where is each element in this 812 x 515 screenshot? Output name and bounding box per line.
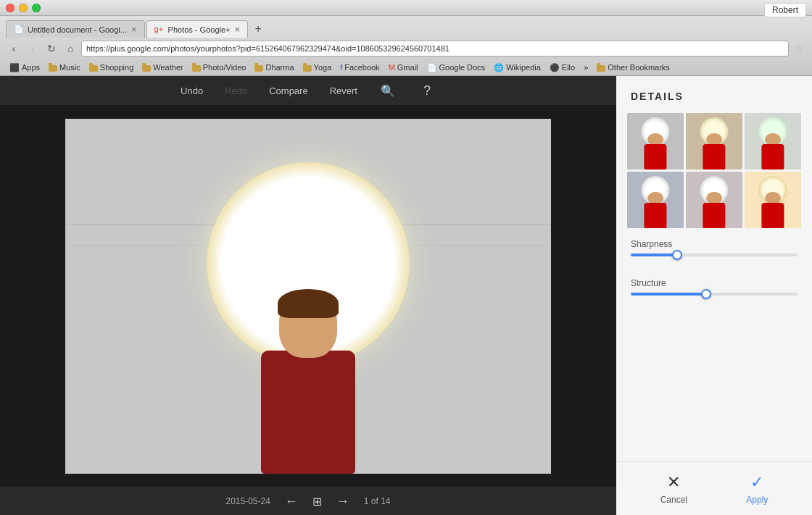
sharpness-thumb[interactable] [672, 250, 682, 260]
bookmark-weather[interactable]: Weather [138, 62, 186, 72]
back-button[interactable]: ‹ [6, 41, 22, 56]
titlebar [0, 0, 812, 16]
apply-button[interactable]: ✓ Apply [746, 473, 768, 505]
address-text: https://plus.google.com/photos/yourphoto… [86, 44, 450, 53]
bookmark-gmail[interactable]: M Gmail [385, 62, 422, 72]
tab-title-1: Untitled document - Googi... [28, 25, 127, 34]
tab-photos[interactable]: g+ Photos - Google+ × [146, 20, 249, 38]
home-button[interactable]: ⌂ [62, 41, 78, 56]
cancel-icon: ✕ [667, 473, 680, 492]
bookmark-facebook[interactable]: f Facebook [336, 62, 383, 72]
bookmark-star[interactable]: ☆ [792, 41, 806, 56]
apply-label: Apply [746, 495, 768, 505]
bookmark-apps-label: Apps [22, 63, 40, 72]
filter-thumb-3[interactable] [627, 172, 684, 228]
tab-close-2[interactable]: × [234, 24, 240, 35]
sharpness-section: Sharpness [616, 239, 812, 267]
tab-title-2: Photos - Google+ [168, 25, 231, 34]
details-actions: ✕ Cancel ✓ Apply [616, 461, 812, 515]
structure-track[interactable] [631, 293, 798, 296]
photo-date: 2015-05-24 [225, 496, 270, 506]
bookmarks-more-label: » [584, 63, 588, 72]
filter-thumb-4[interactable] [686, 172, 742, 228]
person-body [261, 351, 355, 474]
details-panel: DETAILS [616, 76, 812, 515]
photo-person [236, 271, 381, 474]
cancel-label: Cancel [660, 495, 687, 505]
bookmark-weather-label: Weather [153, 63, 183, 72]
forward-button[interactable]: › [25, 41, 41, 56]
bookmark-gmail-label: Gmail [397, 63, 418, 72]
filter-thumb-0[interactable] [627, 113, 684, 169]
bookmark-shopping[interactable]: Shopping [86, 62, 138, 72]
window-controls [6, 4, 41, 12]
filter-thumb-5[interactable] [745, 172, 801, 228]
details-spacer [616, 317, 812, 461]
browser-chrome: 📄 Untitled document - Googi... × g+ Phot… [0, 16, 812, 76]
undo-button[interactable]: Undo [181, 85, 203, 96]
bookmark-ello[interactable]: ⚫ Ello [546, 62, 579, 73]
refresh-button[interactable]: ↻ [44, 41, 59, 56]
filter-grid [616, 113, 812, 228]
revert-button[interactable]: Revert [330, 85, 357, 96]
bookmark-otherbookmarks[interactable]: Other Bookmarks [593, 62, 674, 72]
bookmark-wikipedia-label: Wikipedia [506, 63, 541, 72]
structure-fill [631, 293, 706, 296]
grid-view-button[interactable]: ⊞ [312, 495, 322, 508]
person-hair [278, 289, 339, 318]
photo-viewer: Undo Redo Compare Revert 🔍 ? [0, 76, 616, 515]
bookmark-otherbookmarks-label: Other Bookmarks [608, 63, 670, 72]
bookmarks-bar: ⬛ Apps Music Shopping Weather Photo/Vide… [0, 59, 812, 75]
bookmark-music[interactable]: Music [45, 62, 84, 72]
help-icon-button[interactable]: ? [418, 82, 436, 99]
structure-thumb[interactable] [701, 289, 711, 299]
navigation-bar: ‹ › ↻ ⌂ https://plus.google.com/photos/y… [0, 38, 812, 59]
bookmark-yoga-label: Yoga [314, 63, 332, 72]
bookmark-shopping-label: Shopping [100, 63, 134, 72]
address-bar[interactable]: https://plus.google.com/photos/yourphoto… [81, 41, 789, 56]
tab-favicon-2: g+ [154, 25, 165, 35]
bookmark-photovideo[interactable]: Photo/Video [188, 62, 250, 72]
bookmark-apps[interactable]: ⬛ Apps [6, 62, 44, 73]
main-content: Undo Redo Compare Revert 🔍 ? [0, 76, 812, 515]
next-photo-button[interactable]: → [336, 494, 349, 509]
redo-button[interactable]: Redo [225, 85, 247, 96]
bookmark-ello-label: Ello [562, 63, 575, 72]
bookmark-facebook-label: Facebook [344, 63, 379, 72]
photo-bottom-bar: 2015-05-24 ← ⊞ → 1 of 14 [0, 487, 616, 515]
bookmarks-more[interactable]: » [580, 62, 592, 72]
filter-thumb-2[interactable] [745, 113, 801, 169]
tab-untitled-doc[interactable]: 📄 Untitled document - Googi... × [6, 20, 145, 38]
person-head [279, 293, 337, 358]
bookmark-dharma-label: Dharma [265, 63, 294, 72]
sharpness-fill [631, 254, 677, 256]
photo-count: 1 of 14 [364, 496, 391, 506]
bookmark-music-label: Music [59, 63, 80, 72]
bookmark-googledocs[interactable]: 📄 Google Docs [423, 62, 489, 73]
tab-favicon-1: 📄 [14, 25, 24, 35]
cancel-button[interactable]: ✕ Cancel [660, 473, 687, 505]
photo-edit-toolbar: Undo Redo Compare Revert 🔍 ? [0, 76, 616, 105]
prev-photo-button[interactable]: ← [285, 494, 298, 509]
minimize-button[interactable] [19, 4, 28, 12]
structure-label: Structure [631, 278, 798, 288]
bookmark-googledocs-label: Google Docs [439, 63, 486, 72]
user-menu[interactable]: Robert [764, 3, 806, 17]
close-button[interactable] [6, 4, 14, 12]
compare-button[interactable]: Compare [269, 85, 307, 96]
filter-thumb-1[interactable] [686, 113, 742, 169]
structure-section: Structure [616, 278, 812, 306]
search-icon-button[interactable]: 🔍 [379, 82, 397, 99]
details-title: DETAILS [616, 76, 812, 113]
bookmark-dharma[interactable]: Dharma [251, 62, 297, 72]
bookmark-wikipedia[interactable]: 🌐 Wikipedia [490, 62, 544, 73]
tabs-bar: 📄 Untitled document - Googi... × g+ Phot… [0, 16, 812, 38]
apply-icon: ✓ [750, 473, 763, 492]
sharpness-track[interactable] [631, 254, 798, 256]
new-tab-button[interactable]: + [249, 20, 267, 38]
bookmark-yoga[interactable]: Yoga [299, 62, 336, 72]
photo-canvas [65, 119, 551, 474]
maximize-button[interactable] [32, 4, 41, 12]
sharpness-label: Sharpness [631, 239, 798, 249]
tab-close-1[interactable]: × [131, 24, 137, 35]
